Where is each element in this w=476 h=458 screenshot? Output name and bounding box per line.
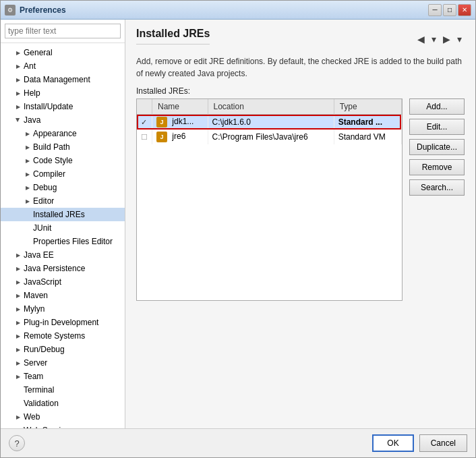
sidebar-label-ant: Ant [24, 61, 36, 71]
sidebar-label-build: Build Path [33, 142, 70, 152]
edit-button[interactable]: Edit... [409, 119, 465, 135]
sidebar-item-validation[interactable]: Validation [1, 397, 125, 410]
sidebar-label-terminal: Terminal [24, 385, 54, 395]
expand-arrow-java: ▶ [14, 116, 22, 124]
sidebar-item-code-style[interactable]: ▶ Code Style [1, 154, 125, 167]
sidebar-item-properties-files[interactable]: Properties Files Editor [1, 235, 125, 248]
nav-back-button[interactable]: ◀ [415, 33, 427, 45]
sidebar-label-remote: Remote Systems [24, 331, 85, 341]
sidebar-label-data: Data Management [24, 75, 90, 84]
sidebar-item-data-management[interactable]: ▶ Data Management [1, 73, 125, 86]
sidebar-item-editor[interactable]: ▶ Editor [1, 194, 125, 208]
sidebar-label-general: General [24, 48, 53, 57]
nav-dropdown-button[interactable]: ▾ [429, 33, 439, 45]
expand-arrow-persistence: ▶ [14, 264, 22, 273]
jre-table-wrap[interactable]: Name Location Type ✓ [136, 98, 403, 301]
nav-fwd-dropdown-button[interactable]: ▾ [454, 33, 465, 45]
jre-icon-2 [156, 132, 167, 142]
sidebar-item-web-services[interactable]: ▶ Web Services [1, 424, 125, 428]
search-button[interactable]: Search... [409, 179, 465, 196]
help-button[interactable]: ? [9, 435, 25, 451]
sidebar-item-installed-jres[interactable]: Installed JREs [1, 208, 125, 221]
expand-arrow-code: ▶ [24, 156, 32, 165]
maximize-button[interactable]: □ [443, 4, 456, 16]
sidebar-item-junit[interactable]: JUnit [1, 221, 125, 235]
expand-arrow-build: ▶ [24, 143, 32, 151]
sidebar-label-mylyn: Mylyn [24, 304, 44, 314]
expand-arrow-debug: ▶ [24, 183, 32, 192]
duplicate-button[interactable]: Duplicate... [409, 139, 465, 155]
sidebar-item-terminal[interactable]: Terminal [1, 383, 125, 397]
preferences-window: ⚙ Preferences ─ □ ✕ ▶ General ▶ Ant [0, 0, 476, 458]
sidebar-item-build-path[interactable]: ▶ Build Path [1, 140, 125, 154]
row2-location: C:\Program Files\Java\jre6 [208, 130, 334, 144]
sidebar-label-install: Install/Update [24, 102, 73, 111]
sidebar-label-persistence: Java Persistence [24, 264, 85, 273]
row1-location: C:\jdk1.6.0 [208, 115, 334, 130]
sidebar-item-run-debug[interactable]: ▶ Run/Debug [1, 343, 125, 356]
table-row[interactable]: ☐ jre6 C:\Program Files\Java\jre6 Standa… [137, 130, 401, 144]
sidebar-label-props: Properties Files Editor [33, 237, 113, 246]
window-title: Preferences [20, 5, 428, 15]
sidebar-item-team[interactable]: ▶ Team [1, 370, 125, 383]
main-panel: Installed JREs ◀ ▾ ▶ ▾ Add, remove or ed… [125, 20, 475, 428]
sidebar-item-compiler[interactable]: ▶ Compiler [1, 167, 125, 181]
ok-button[interactable]: OK [372, 434, 413, 452]
table-row[interactable]: ✓ jdk1... C:\jdk1.6.0 Standard ... [137, 115, 401, 130]
expand-arrow-appearance: ▶ [24, 130, 32, 138]
sidebar-item-ant[interactable]: ▶ Ant [1, 59, 125, 73]
sidebar-label-server: Server [24, 358, 47, 368]
sidebar-item-debug[interactable]: ▶ Debug [1, 181, 125, 194]
cancel-button[interactable]: Cancel [419, 434, 467, 452]
expand-arrow-compiler: ▶ [24, 170, 32, 178]
filter-input[interactable] [5, 24, 121, 38]
expand-arrow-install: ▶ [14, 103, 22, 111]
sidebar-item-java-ee[interactable]: ▶ Java EE [1, 248, 125, 262]
col-location[interactable]: Location [208, 99, 334, 115]
sidebar-label-code: Code Style [33, 156, 73, 165]
sidebar-item-install-update[interactable]: ▶ Install/Update [1, 100, 125, 113]
minimize-button[interactable]: ─ [428, 4, 442, 16]
expand-arrow-help: ▶ [14, 89, 22, 97]
sidebar-item-mylyn[interactable]: ▶ Mylyn [1, 302, 125, 316]
footer-right: OK Cancel [372, 434, 467, 452]
col-type[interactable]: Type [334, 99, 401, 115]
jre-content-row: Name Location Type ✓ [136, 98, 465, 420]
sidebar-item-appearance[interactable]: ▶ Appearance [1, 127, 125, 140]
sidebar-item-plugin-dev[interactable]: ▶ Plug-in Development [1, 316, 125, 329]
sidebar-item-help[interactable]: ▶ Help [1, 86, 125, 100]
row1-name: jdk1... [152, 115, 208, 130]
jre-table: Name Location Type ✓ [137, 99, 402, 144]
nav-fwd-button[interactable]: ▶ [440, 33, 453, 45]
expand-arrow-run: ▶ [14, 345, 22, 353]
row2-checkbox-cell[interactable]: ☐ [137, 130, 152, 144]
titlebar-buttons: ─ □ ✕ [428, 4, 471, 16]
panel-title: Installed JREs [136, 28, 210, 45]
sidebar-item-remote-systems[interactable]: ▶ Remote Systems [1, 329, 125, 343]
col-name[interactable]: Name [152, 99, 208, 115]
row1-checkbox-cell[interactable]: ✓ [137, 115, 152, 130]
expand-arrow-js: ▶ [14, 278, 22, 286]
col-checkbox [137, 99, 152, 115]
row1-type: Standard ... [334, 115, 401, 130]
expand-arrow-ant: ▶ [14, 62, 22, 70]
sidebar-item-general[interactable]: ▶ General [1, 46, 125, 59]
sidebar-item-javascript[interactable]: ▶ JavaScript [1, 275, 125, 289]
expand-arrow-remote: ▶ [14, 332, 22, 340]
sidebar-label-appearance: Appearance [33, 129, 77, 138]
sidebar-label-maven: Maven [24, 291, 48, 300]
window-icon: ⚙ [5, 5, 16, 16]
row2-type: Standard VM [334, 130, 401, 144]
expand-arrow-team: ▶ [14, 372, 22, 380]
sidebar-item-server[interactable]: ▶ Server [1, 356, 125, 370]
expand-arrow-editor: ▶ [24, 197, 32, 205]
nav-arrows: ◀ ▾ ▶ ▾ [415, 33, 465, 45]
remove-button[interactable]: Remove [409, 159, 465, 175]
sidebar-item-java[interactable]: ▶ Java [1, 113, 125, 127]
add-button[interactable]: Add... [409, 98, 465, 115]
sidebar-item-java-persistence[interactable]: ▶ Java Persistence [1, 262, 125, 275]
sidebar-item-web[interactable]: ▶ Web [1, 410, 125, 424]
close-button[interactable]: ✕ [458, 4, 471, 16]
expand-arrow-general: ▶ [14, 49, 22, 57]
sidebar-item-maven[interactable]: ▶ Maven [1, 289, 125, 302]
